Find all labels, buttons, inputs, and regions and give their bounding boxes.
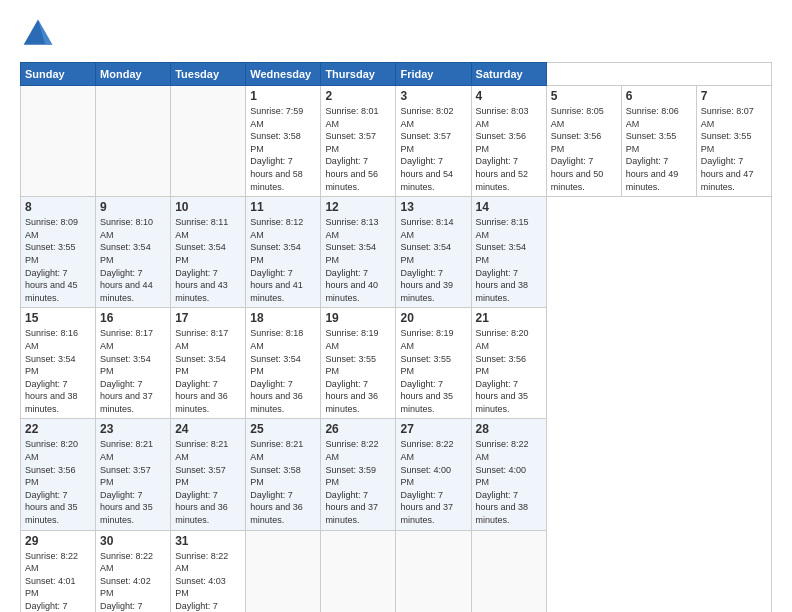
day-info: Sunrise: 8:15 AMSunset: 3:54 PMDaylight:… [476, 216, 542, 304]
calendar-cell [396, 530, 471, 612]
calendar-cell [246, 530, 321, 612]
calendar-cell: 12Sunrise: 8:13 AMSunset: 3:54 PMDayligh… [321, 197, 396, 308]
day-number: 5 [551, 89, 617, 103]
calendar-cell: 25Sunrise: 8:21 AMSunset: 3:58 PMDayligh… [246, 419, 321, 530]
day-number: 20 [400, 311, 466, 325]
calendar-cell: 29Sunrise: 8:22 AMSunset: 4:01 PMDayligh… [21, 530, 96, 612]
day-info: Sunrise: 8:14 AMSunset: 3:54 PMDaylight:… [400, 216, 466, 304]
calendar-cell: 18Sunrise: 8:18 AMSunset: 3:54 PMDayligh… [246, 308, 321, 419]
day-info: Sunrise: 8:09 AMSunset: 3:55 PMDaylight:… [25, 216, 91, 304]
day-info: Sunrise: 8:21 AMSunset: 3:57 PMDaylight:… [100, 438, 166, 526]
day-header-saturday: Saturday [471, 63, 546, 86]
day-info: Sunrise: 8:01 AMSunset: 3:57 PMDaylight:… [325, 105, 391, 193]
calendar-cell: 28Sunrise: 8:22 AMSunset: 4:00 PMDayligh… [471, 419, 546, 530]
day-number: 24 [175, 422, 241, 436]
calendar-cell: 23Sunrise: 8:21 AMSunset: 3:57 PMDayligh… [96, 419, 171, 530]
calendar-cell [96, 86, 171, 197]
day-info: Sunrise: 8:10 AMSunset: 3:54 PMDaylight:… [100, 216, 166, 304]
calendar-cell [471, 530, 546, 612]
day-info: Sunrise: 8:19 AMSunset: 3:55 PMDaylight:… [325, 327, 391, 415]
day-number: 28 [476, 422, 542, 436]
day-number: 26 [325, 422, 391, 436]
day-number: 23 [100, 422, 166, 436]
day-number: 10 [175, 200, 241, 214]
day-info: Sunrise: 8:17 AMSunset: 3:54 PMDaylight:… [175, 327, 241, 415]
day-number: 22 [25, 422, 91, 436]
day-header-wednesday: Wednesday [246, 63, 321, 86]
day-info: Sunrise: 8:22 AMSunset: 4:02 PMDaylight:… [100, 550, 166, 612]
day-number: 13 [400, 200, 466, 214]
day-info: Sunrise: 8:22 AMSunset: 4:01 PMDaylight:… [25, 550, 91, 612]
day-number: 11 [250, 200, 316, 214]
day-info: Sunrise: 8:16 AMSunset: 3:54 PMDaylight:… [25, 327, 91, 415]
day-info: Sunrise: 7:59 AMSunset: 3:58 PMDaylight:… [250, 105, 316, 193]
day-number: 29 [25, 534, 91, 548]
calendar-cell: 31Sunrise: 8:22 AMSunset: 4:03 PMDayligh… [171, 530, 246, 612]
calendar-cell [21, 86, 96, 197]
calendar-cell: 27Sunrise: 8:22 AMSunset: 4:00 PMDayligh… [396, 419, 471, 530]
day-info: Sunrise: 8:22 AMSunset: 4:00 PMDaylight:… [400, 438, 466, 526]
day-header-tuesday: Tuesday [171, 63, 246, 86]
calendar-week-4: 29Sunrise: 8:22 AMSunset: 4:01 PMDayligh… [21, 530, 772, 612]
calendar-cell: 20Sunrise: 8:19 AMSunset: 3:55 PMDayligh… [396, 308, 471, 419]
calendar-cell: 9Sunrise: 8:10 AMSunset: 3:54 PMDaylight… [96, 197, 171, 308]
calendar-cell: 19Sunrise: 8:19 AMSunset: 3:55 PMDayligh… [321, 308, 396, 419]
day-number: 9 [100, 200, 166, 214]
day-info: Sunrise: 8:20 AMSunset: 3:56 PMDaylight:… [25, 438, 91, 526]
day-info: Sunrise: 8:21 AMSunset: 3:58 PMDaylight:… [250, 438, 316, 526]
calendar-cell: 4Sunrise: 8:03 AMSunset: 3:56 PMDaylight… [471, 86, 546, 197]
day-number: 3 [400, 89, 466, 103]
day-info: Sunrise: 8:11 AMSunset: 3:54 PMDaylight:… [175, 216, 241, 304]
day-info: Sunrise: 8:22 AMSunset: 3:59 PMDaylight:… [325, 438, 391, 526]
day-number: 8 [25, 200, 91, 214]
day-number: 7 [701, 89, 767, 103]
calendar-cell: 16Sunrise: 8:17 AMSunset: 3:54 PMDayligh… [96, 308, 171, 419]
day-number: 18 [250, 311, 316, 325]
calendar-cell: 8Sunrise: 8:09 AMSunset: 3:55 PMDaylight… [21, 197, 96, 308]
page: SundayMondayTuesdayWednesdayThursdayFrid… [0, 0, 792, 612]
day-info: Sunrise: 8:22 AMSunset: 4:03 PMDaylight:… [175, 550, 241, 612]
day-header-thursday: Thursday [321, 63, 396, 86]
calendar-cell: 3Sunrise: 8:02 AMSunset: 3:57 PMDaylight… [396, 86, 471, 197]
day-info: Sunrise: 8:05 AMSunset: 3:56 PMDaylight:… [551, 105, 617, 193]
day-info: Sunrise: 8:03 AMSunset: 3:56 PMDaylight:… [476, 105, 542, 193]
day-header-sunday: Sunday [21, 63, 96, 86]
calendar-week-1: 8Sunrise: 8:09 AMSunset: 3:55 PMDaylight… [21, 197, 772, 308]
day-info: Sunrise: 8:22 AMSunset: 4:00 PMDaylight:… [476, 438, 542, 526]
day-number: 1 [250, 89, 316, 103]
calendar-cell: 15Sunrise: 8:16 AMSunset: 3:54 PMDayligh… [21, 308, 96, 419]
calendar-cell: 24Sunrise: 8:21 AMSunset: 3:57 PMDayligh… [171, 419, 246, 530]
calendar-cell: 1Sunrise: 7:59 AMSunset: 3:58 PMDaylight… [246, 86, 321, 197]
days-header-row: SundayMondayTuesdayWednesdayThursdayFrid… [21, 63, 772, 86]
day-header-monday: Monday [96, 63, 171, 86]
day-info: Sunrise: 8:20 AMSunset: 3:56 PMDaylight:… [476, 327, 542, 415]
calendar-cell: 7Sunrise: 8:07 AMSunset: 3:55 PMDaylight… [696, 86, 771, 197]
day-info: Sunrise: 8:13 AMSunset: 3:54 PMDaylight:… [325, 216, 391, 304]
day-number: 16 [100, 311, 166, 325]
calendar-cell: 13Sunrise: 8:14 AMSunset: 3:54 PMDayligh… [396, 197, 471, 308]
calendar-week-3: 22Sunrise: 8:20 AMSunset: 3:56 PMDayligh… [21, 419, 772, 530]
day-info: Sunrise: 8:17 AMSunset: 3:54 PMDaylight:… [100, 327, 166, 415]
day-number: 17 [175, 311, 241, 325]
day-info: Sunrise: 8:19 AMSunset: 3:55 PMDaylight:… [400, 327, 466, 415]
day-info: Sunrise: 8:12 AMSunset: 3:54 PMDaylight:… [250, 216, 316, 304]
calendar-cell: 21Sunrise: 8:20 AMSunset: 3:56 PMDayligh… [471, 308, 546, 419]
calendar-cell [171, 86, 246, 197]
calendar-cell: 26Sunrise: 8:22 AMSunset: 3:59 PMDayligh… [321, 419, 396, 530]
calendar-cell: 6Sunrise: 8:06 AMSunset: 3:55 PMDaylight… [621, 86, 696, 197]
day-number: 30 [100, 534, 166, 548]
day-number: 12 [325, 200, 391, 214]
day-number: 19 [325, 311, 391, 325]
calendar-cell: 2Sunrise: 8:01 AMSunset: 3:57 PMDaylight… [321, 86, 396, 197]
calendar-cell: 22Sunrise: 8:20 AMSunset: 3:56 PMDayligh… [21, 419, 96, 530]
calendar-week-0: 1Sunrise: 7:59 AMSunset: 3:58 PMDaylight… [21, 86, 772, 197]
day-info: Sunrise: 8:07 AMSunset: 3:55 PMDaylight:… [701, 105, 767, 193]
day-number: 31 [175, 534, 241, 548]
day-number: 14 [476, 200, 542, 214]
day-number: 6 [626, 89, 692, 103]
calendar-cell: 30Sunrise: 8:22 AMSunset: 4:02 PMDayligh… [96, 530, 171, 612]
calendar-cell: 14Sunrise: 8:15 AMSunset: 3:54 PMDayligh… [471, 197, 546, 308]
calendar-cell: 5Sunrise: 8:05 AMSunset: 3:56 PMDaylight… [546, 86, 621, 197]
day-info: Sunrise: 8:21 AMSunset: 3:57 PMDaylight:… [175, 438, 241, 526]
day-number: 4 [476, 89, 542, 103]
